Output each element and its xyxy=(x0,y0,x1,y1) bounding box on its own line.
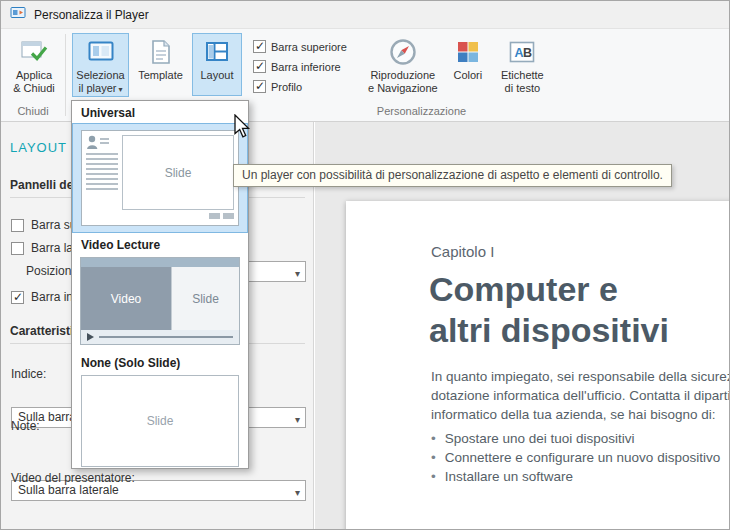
apply-close-button[interactable]: Applica & Chiudi xyxy=(7,33,61,96)
presenter-avatar-icon xyxy=(86,135,110,150)
profile-checkbox-row[interactable]: Profilo xyxy=(253,80,347,93)
bottom-bar-checkbox[interactable] xyxy=(253,60,266,73)
apply-close-label-1: Applica xyxy=(16,69,52,82)
list-item: •Connettere e configurare un nuovo dispo… xyxy=(431,448,720,467)
video-lecture-thumb-controls xyxy=(81,330,239,344)
slide-title: Computer e altri dispositivi xyxy=(429,269,669,351)
universal-thumb-slide-label: Slide xyxy=(122,135,234,210)
text-labels-label-1: Etichette xyxy=(501,69,544,82)
group-label-close: Chiudi xyxy=(1,105,65,121)
customize-player-icon xyxy=(10,5,26,24)
playback-label-1: Riproduzione xyxy=(370,69,435,82)
bullet-text: Connettere e configurare un nuovo dispos… xyxy=(445,448,720,467)
playback-navigation-button[interactable]: Riproduzione e Navigazione xyxy=(364,33,442,96)
video-lecture-thumb-topbar xyxy=(81,258,239,267)
ab-text-icon: A B xyxy=(509,37,535,67)
titlebar: Personalizza il Player xyxy=(1,1,729,29)
top-bar-checkbox-label: Barra superiore xyxy=(271,41,347,53)
slide-bullet-list: •Spostare uno dei tuoi dispositivi •Conn… xyxy=(431,429,720,486)
layout-icon xyxy=(204,37,230,67)
sidebar-side-bar-checkbox[interactable] xyxy=(11,242,24,255)
tooltip: Un player con possibilità di personalizz… xyxy=(233,164,672,187)
colors-button[interactable]: Colori xyxy=(445,33,491,96)
dropdown-arrow-icon: ▾ xyxy=(118,85,122,94)
slide-title-line-2: altri dispositivi xyxy=(429,310,669,351)
index-label: Indice: xyxy=(11,367,46,381)
ribbon-group-close: Applica & Chiudi Chiudi xyxy=(1,29,65,121)
apply-close-label-2: & Chiudi xyxy=(13,82,55,95)
colors-label: Colori xyxy=(453,69,482,82)
top-bar-checkbox[interactable] xyxy=(253,40,266,53)
none-thumb-slide-label: Slide xyxy=(147,414,174,428)
apply-close-icon xyxy=(20,37,48,67)
universal-option[interactable]: Slide xyxy=(72,123,248,233)
universal-thumbnail: Slide xyxy=(81,130,239,226)
bullet-text: Installare un software xyxy=(445,467,573,486)
progress-bar xyxy=(99,336,233,338)
compass-icon xyxy=(389,37,417,67)
customize-player-window: Personalizza il Player Applica & Chiudi xyxy=(0,0,730,530)
notes-label: Note: xyxy=(11,419,40,433)
slide-body-line-3: informatico della tua azienda, se hai bi… xyxy=(431,405,730,424)
template-icon xyxy=(149,37,173,67)
bullet-text: Spostare uno dei tuoi dispositivi xyxy=(445,429,635,448)
select-player-label-2: il player▾ xyxy=(79,82,123,96)
slide-body-line-2: dotazione informatica dell'ufficio. Cont… xyxy=(431,386,730,405)
video-lecture-option[interactable]: Video Slide xyxy=(72,255,248,351)
video-lecture-option-label: Video Lecture xyxy=(72,233,248,255)
player-selection-menu: Universal Slide xyxy=(71,100,249,469)
slide-page: Capitolo I Computer e altri dispositivi … xyxy=(346,201,730,530)
slide-body-line-1: In quanto impiegato, sei responsabile de… xyxy=(431,367,730,386)
profile-checkbox-label: Profilo xyxy=(271,81,302,93)
universal-thumb-controls xyxy=(122,213,234,221)
sidebar-bottom-bar-checkbox[interactable] xyxy=(11,291,24,304)
panel-checkbox-column: Barra superiore Barra inferiore Profilo xyxy=(245,33,353,93)
top-bar-checkbox-row[interactable]: Barra superiore xyxy=(253,40,347,53)
universal-thumb-sidebar xyxy=(86,135,118,221)
template-button[interactable]: Template xyxy=(132,33,189,96)
list-item: •Installare un software xyxy=(431,467,720,486)
sidebar-top-bar-checkbox[interactable] xyxy=(11,219,24,232)
video-lecture-thumb-video-label: Video xyxy=(81,267,171,330)
universal-option-label: Universal xyxy=(72,101,248,123)
layout-button[interactable]: Layout xyxy=(192,33,242,96)
presenter-video-label: Video del presentatore: xyxy=(11,471,135,485)
panel-title: LAYOUT xyxy=(10,140,67,155)
none-option[interactable]: Slide xyxy=(81,375,239,467)
text-labels-label-2: di testo xyxy=(505,82,540,95)
playback-label-2: e Navigazione xyxy=(368,82,438,95)
text-labels-button[interactable]: A B Etichette di testo xyxy=(494,33,551,96)
video-lecture-thumb-slide-label: Slide xyxy=(171,267,239,330)
none-option-label: None (Solo Slide) xyxy=(72,351,248,373)
palette-icon xyxy=(456,37,480,67)
select-player-label-1: Seleziona xyxy=(76,69,124,82)
player-icon xyxy=(87,37,115,67)
list-item: •Spostare uno dei tuoi dispositivi xyxy=(431,429,720,448)
select-player-button[interactable]: Seleziona il player▾ xyxy=(72,33,129,97)
bullet-icon: • xyxy=(431,448,436,467)
bottom-bar-checkbox-row[interactable]: Barra inferiore xyxy=(253,60,347,73)
template-label: Template xyxy=(138,69,183,82)
window-title: Personalizza il Player xyxy=(34,8,149,22)
bullet-icon: • xyxy=(431,467,436,486)
svg-text:B: B xyxy=(523,46,532,60)
layout-label: Layout xyxy=(200,69,233,82)
bullet-icon: • xyxy=(431,429,436,448)
profile-checkbox[interactable] xyxy=(253,80,266,93)
slide-chapter: Capitolo I xyxy=(431,243,494,260)
play-icon xyxy=(87,333,94,341)
slide-title-line-1: Computer e xyxy=(429,269,669,310)
video-lecture-thumbnail: Video Slide xyxy=(80,257,240,345)
bottom-bar-checkbox-label: Barra inferiore xyxy=(271,61,341,73)
slide-paragraph: In quanto impiegato, sei responsabile de… xyxy=(431,367,730,424)
